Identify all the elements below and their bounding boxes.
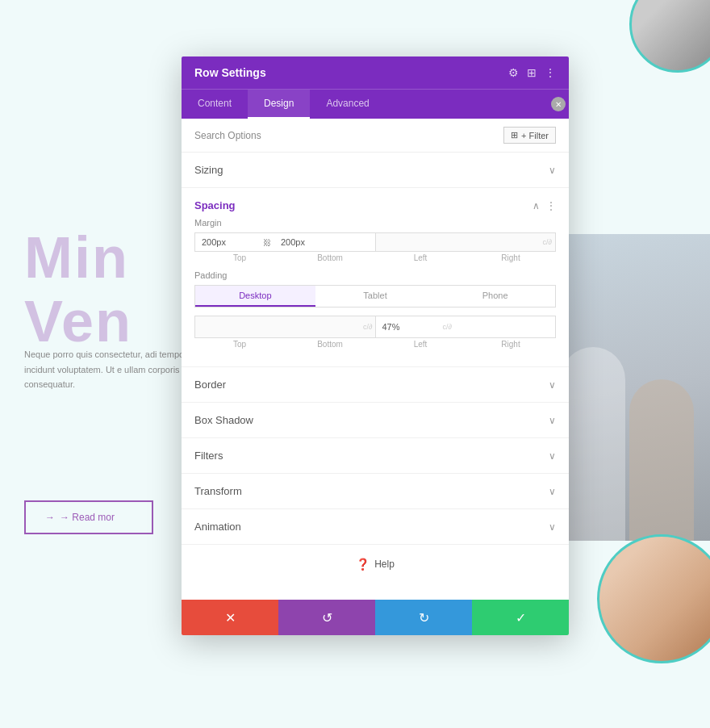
box-shadow-label: Box Shadow	[194, 414, 253, 426]
modal-header: Row Settings ⚙ ⊞ ⋮	[182, 56, 569, 89]
sizing-label: Sizing	[194, 164, 223, 176]
columns-icon[interactable]: ⊞	[527, 66, 537, 79]
tab-content[interactable]: Content	[182, 90, 248, 119]
device-tab-desktop[interactable]: Desktop	[195, 286, 315, 307]
modal-tabs: Content Design Advanced ✕	[182, 89, 569, 119]
modal-body: Sizing ∨ Spacing ∧ ⋮ Margin	[182, 153, 569, 600]
padding-label: Padding	[194, 270, 556, 280]
margin-link-icon[interactable]: ⛓	[260, 233, 274, 251]
modal-close-button[interactable]: ✕	[551, 97, 566, 111]
margin-inputs-container: Margin ⛓ c/∂	[182, 218, 569, 366]
transform-section[interactable]: Transform ∨	[182, 474, 569, 509]
spacing-label: Spacing	[194, 199, 236, 211]
padding-top-bottom-group: c/∂	[194, 316, 376, 338]
search-options-bar: Search Options ⊞ + Filter	[182, 119, 569, 153]
device-tabs: Desktop Tablet Phone	[194, 285, 556, 308]
filters-chevron-icon: ∨	[549, 450, 556, 462]
margin-right-suffix: c/∂	[540, 233, 555, 251]
transform-chevron-icon: ∨	[549, 486, 556, 497]
margin-top-label: Top	[194, 253, 285, 262]
save-button[interactable]: ✓	[472, 600, 569, 635]
device-tab-tablet[interactable]: Tablet	[315, 286, 436, 307]
modal-footer: ✕ ↺ ↻ ✓	[182, 600, 569, 635]
device-tab-phone[interactable]: Phone	[435, 286, 555, 307]
padding-right-suffix: c/∂	[441, 316, 454, 337]
padding-left-label: Left	[375, 340, 466, 349]
spacing-header-icons: ∧ ⋮	[532, 200, 556, 211]
help-row: ❓ Help	[182, 545, 569, 584]
people-photo-panel	[553, 234, 710, 541]
margin-bottom-input[interactable]	[274, 233, 339, 251]
modal-header-icons: ⚙ ⊞ ⋮	[508, 66, 556, 79]
read-more-arrow-icon: →	[45, 512, 55, 523]
top-right-circle	[629, 0, 710, 73]
bottom-right-circle	[597, 534, 710, 663]
padding-field-labels: Top Bottom Left Right	[194, 340, 556, 349]
border-section[interactable]: Border ∨	[182, 367, 569, 403]
search-options-label: Search Options	[194, 130, 261, 141]
filter-icon: ⊞	[511, 130, 518, 140]
settings-icon[interactable]: ⚙	[508, 66, 519, 79]
filter-button[interactable]: ⊞ + Filter	[503, 127, 556, 144]
spacing-more-icon: ⋮	[546, 200, 556, 211]
padding-bottom-label: Bottom	[285, 340, 375, 349]
padding-left-input[interactable]	[376, 316, 441, 337]
undo-button[interactable]: ↺	[278, 600, 375, 635]
read-more-button[interactable]: → → Read mor	[24, 500, 153, 534]
redo-button[interactable]: ↻	[375, 600, 472, 635]
margin-field-labels: Top Bottom Left Right	[194, 253, 556, 262]
border-chevron-icon: ∨	[549, 379, 556, 391]
animation-label: Animation	[194, 521, 241, 533]
box-shadow-chevron-icon: ∨	[549, 415, 556, 426]
cancel-button[interactable]: ✕	[182, 600, 278, 635]
animation-section[interactable]: Animation ∨	[182, 509, 569, 545]
margin-right-label: Right	[466, 253, 556, 262]
margin-bottom-label: Bottom	[285, 253, 375, 262]
sizing-section[interactable]: Sizing ∨	[182, 153, 569, 188]
spacing-section: Spacing ∧ ⋮ Margin ⛓	[182, 188, 569, 367]
padding-top-label: Top	[194, 340, 285, 349]
padding-left-right-group: c/∂	[376, 316, 557, 338]
border-label: Border	[194, 379, 226, 391]
transform-label: Transform	[194, 485, 242, 497]
filters-section[interactable]: Filters ∨	[182, 438, 569, 474]
help-label[interactable]: Help	[374, 559, 395, 570]
box-shadow-section[interactable]: Box Shadow ∨	[182, 403, 569, 438]
margin-top-bottom-group: ⛓	[194, 232, 376, 252]
row-settings-modal: Row Settings ⚙ ⊞ ⋮ Content Design Advanc…	[182, 56, 569, 635]
help-icon[interactable]: ❓	[356, 558, 370, 571]
more-options-icon[interactable]: ⋮	[545, 66, 556, 79]
spacing-chevron-up-icon: ∧	[532, 200, 540, 211]
tab-advanced[interactable]: Advanced	[310, 90, 385, 119]
animation-chevron-icon: ∨	[549, 521, 556, 533]
margin-left-label: Left	[375, 253, 466, 262]
background-body-text: Neque porro quis consectetur, adi tempor…	[24, 347, 194, 392]
modal-title: Row Settings	[194, 66, 266, 79]
margin-left-right-group: c/∂	[376, 232, 557, 252]
top-right-decoration	[621, 0, 710, 73]
spacing-header[interactable]: Spacing ∧ ⋮	[182, 188, 569, 218]
margin-label: Margin	[194, 218, 556, 228]
background-heading: Min Ven	[24, 226, 132, 354]
tab-design[interactable]: Design	[248, 90, 310, 119]
padding-right-label: Right	[466, 340, 556, 349]
filters-label: Filters	[194, 450, 223, 462]
sizing-chevron-icon: ∨	[549, 165, 556, 176]
margin-top-input[interactable]	[195, 233, 260, 251]
